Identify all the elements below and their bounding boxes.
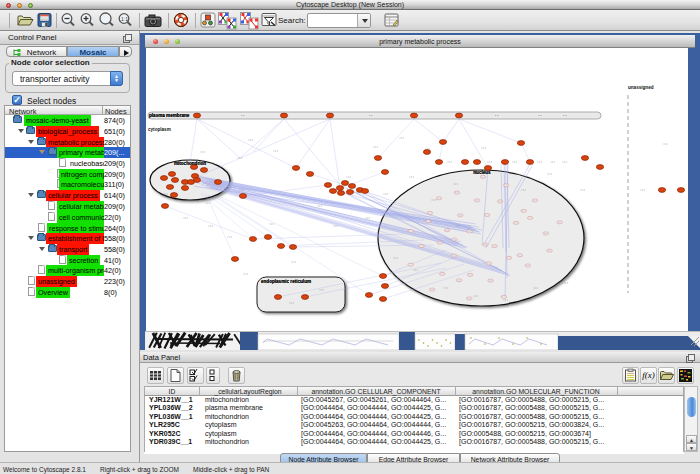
svg-text:endoplasmic reticulum: endoplasmic reticulum bbox=[261, 279, 311, 284]
svg-text:unassigned: unassigned bbox=[628, 85, 654, 90]
svg-text:mitochondrion: mitochondrion bbox=[174, 161, 206, 166]
svg-text:plasma membrane: plasma membrane bbox=[149, 113, 190, 118]
svg-text:1:1: 1:1 bbox=[121, 16, 128, 22]
svg-text:cytoplasm: cytoplasm bbox=[148, 127, 171, 132]
svg-text:nucleus: nucleus bbox=[473, 170, 491, 175]
